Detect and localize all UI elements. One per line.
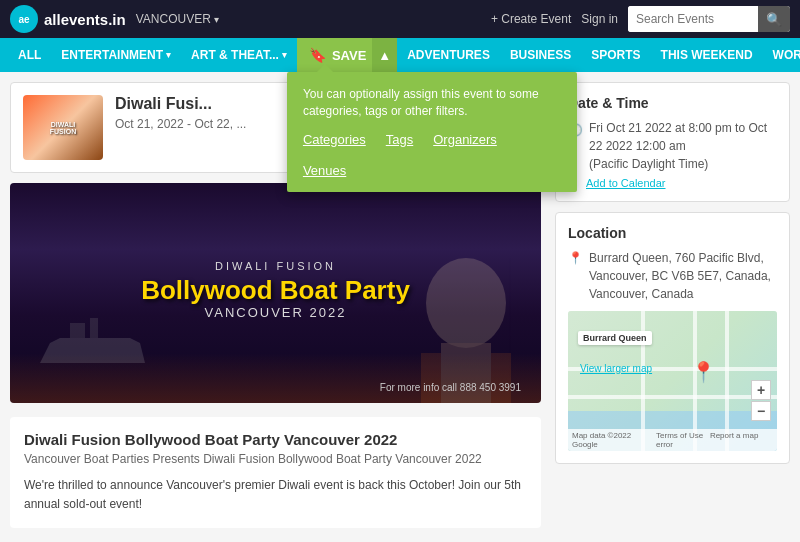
- location-selector[interactable]: VANCOUVER ▾: [136, 12, 219, 26]
- svg-rect-5: [491, 353, 511, 403]
- nav-bar: ALL ENTERTAINMENT▾ ART & THEAT...▾ 🔖 SAV…: [0, 38, 800, 72]
- nav-item-workshops[interactable]: WORKSHOPS: [763, 38, 800, 72]
- location-address: Burrard Queen, 760 Pacific Blvd, Vancouv…: [589, 249, 777, 303]
- map-footer: Map data ©2022 Google Terms of Use Repor…: [568, 429, 777, 451]
- nav-item-art[interactable]: ART & THEAT...▾: [181, 38, 297, 72]
- ship-decoration: [30, 313, 150, 373]
- nav-item-this-weekend[interactable]: THIS WEEKEND: [651, 38, 763, 72]
- popup-link-categories[interactable]: Categories: [303, 132, 366, 147]
- event-image-text: DIWALI FUSION Bollywood Boat Party VANCO…: [141, 260, 410, 326]
- popup-link-venues[interactable]: Venues: [303, 163, 346, 178]
- location-text: VANCOUVER: [136, 12, 211, 26]
- diwali-fusion-label: DIWALI FUSION: [141, 260, 410, 272]
- nav-item-adventures[interactable]: ADVENTURES: [397, 38, 500, 72]
- building-decoration: [391, 253, 541, 403]
- chevron-down-icon: ▾: [282, 50, 287, 60]
- map-terms-link[interactable]: Terms of Use: [656, 431, 703, 440]
- event-description: Diwali Fusion Bollywood Boat Party Vanco…: [10, 417, 541, 528]
- search-button[interactable]: 🔍: [758, 6, 790, 32]
- bollywood-label: Bollywood Boat Party: [141, 276, 410, 305]
- map-background: 📍 Burrard Queen View larger map + − Map …: [568, 311, 777, 451]
- svg-rect-3: [441, 343, 491, 403]
- save-label: SAVE: [332, 48, 366, 63]
- save-button[interactable]: 🔖 SAVE ▲: [297, 38, 397, 72]
- location-title: Location: [568, 225, 777, 241]
- this-weekend-label: THIS WEEKEND: [661, 48, 753, 62]
- location-chevron-icon: ▾: [214, 14, 219, 25]
- event-subtitle: Vancouver Boat Parties Presents Diwali F…: [24, 452, 527, 466]
- vancouver-label: VANCOUVER 2022: [141, 305, 410, 320]
- event-body-text: We're thrilled to announce Vancouver's p…: [24, 476, 527, 514]
- search-box: 🔍: [628, 6, 790, 32]
- logo-text: allevents.in: [44, 11, 126, 28]
- create-event-link[interactable]: + Create Event: [491, 12, 571, 26]
- save-dropdown-area: 🔖 SAVE ▲ You can optionally assign this …: [297, 38, 397, 72]
- date-time-card: Date & Time 🕗 Fri Oct 21 2022 at 8:00 pm…: [555, 82, 790, 202]
- popup-venues-row: Venues: [303, 163, 561, 178]
- map-burrard-label: Burrard Queen: [578, 331, 652, 345]
- svg-rect-0: [70, 323, 85, 338]
- save-popup: You can optionally assign this event to …: [287, 72, 577, 192]
- zoom-in-button[interactable]: +: [751, 380, 771, 400]
- nav-item-sports[interactable]: SPORTS: [581, 38, 650, 72]
- event-thumbnail: DIWALIFUSION: [23, 95, 103, 160]
- bookmark-icon: 🔖: [309, 47, 326, 63]
- map-pin-icon: 📍: [691, 360, 716, 384]
- popup-text: You can optionally assign this event to …: [303, 86, 561, 120]
- popup-links: Categories Tags Organizers: [303, 132, 561, 155]
- event-full-title: Diwali Fusion Bollywood Boat Party Vanco…: [24, 431, 527, 448]
- map-road: [568, 395, 777, 399]
- map-controls: + −: [751, 380, 771, 421]
- search-input[interactable]: [628, 6, 758, 32]
- nav-item-entertainment[interactable]: ENTERTAINMENT▾: [51, 38, 181, 72]
- map-container: 📍 Burrard Queen View larger map + − Map …: [568, 311, 777, 451]
- top-header: ae allevents.in VANCOUVER ▾ + Create Eve…: [0, 0, 800, 38]
- sign-in-link[interactable]: Sign in: [581, 12, 618, 26]
- create-event-label: + Create Event: [491, 12, 571, 26]
- svg-rect-4: [421, 353, 441, 403]
- pin-icon: 📍: [568, 249, 583, 267]
- datetime-row: 🕗 Fri Oct 21 2022 at 8:00 pm to Oct 22 2…: [568, 119, 777, 173]
- right-column: Date & Time 🕗 Fri Oct 21 2022 at 8:00 pm…: [555, 82, 790, 528]
- chevron-down-icon: ▾: [166, 50, 171, 60]
- nav-item-business[interactable]: BUSINESS: [500, 38, 581, 72]
- dropdown-arrow-icon[interactable]: ▲: [372, 38, 397, 72]
- map-data-label: Map data ©2022 Google: [572, 431, 656, 449]
- location-card: Location 📍 Burrard Queen, 760 Pacific Bl…: [555, 212, 790, 464]
- popup-link-organizers[interactable]: Organizers: [433, 132, 497, 147]
- timezone-text: (Pacific Daylight Time): [589, 157, 708, 171]
- event-image: DIWALI FUSION Bollywood Boat Party VANCO…: [10, 183, 541, 403]
- svg-point-2: [426, 258, 506, 348]
- logo-area: ae allevents.in: [10, 5, 126, 33]
- date-time-title: Date & Time: [568, 95, 777, 111]
- svg-rect-1: [90, 318, 98, 338]
- phone-info: For more info call 888 450 3991: [380, 382, 521, 393]
- location-row: 📍 Burrard Queen, 760 Pacific Blvd, Vanco…: [568, 249, 777, 303]
- logo-icon: ae: [10, 5, 38, 33]
- nav-item-all[interactable]: ALL: [8, 38, 51, 72]
- zoom-out-button[interactable]: −: [751, 401, 771, 421]
- view-larger-link[interactable]: View larger map: [580, 363, 652, 374]
- popup-link-tags[interactable]: Tags: [386, 132, 413, 147]
- add-to-calendar-link[interactable]: Add to Calendar: [586, 177, 777, 189]
- datetime-text: Fri Oct 21 2022 at 8:00 pm to Oct 22 202…: [589, 121, 767, 153]
